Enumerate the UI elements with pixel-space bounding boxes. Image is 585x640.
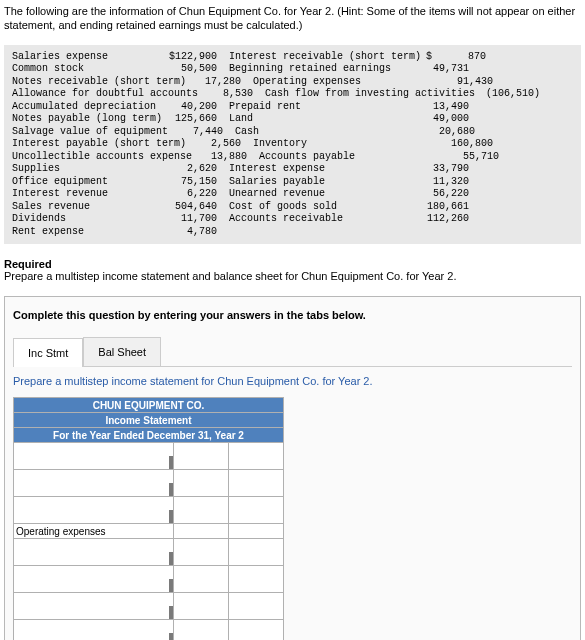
trial-row: Notes payable (long term)125,660Land49,0… [12, 113, 573, 126]
trial-row: Supplies2,620Interest expense33,790 [12, 163, 573, 176]
ws-title-period: For the Year Ended December 31, Year 2 [14, 428, 284, 443]
trial-row: Interest revenue6,220Unearned revenue56,… [12, 188, 573, 201]
ws-input[interactable] [174, 497, 229, 524]
ws-input[interactable] [229, 443, 284, 470]
tab-bal-sheet[interactable]: Bal Sheet [83, 337, 161, 366]
ws-input[interactable] [174, 443, 229, 470]
ws-input[interactable] [174, 620, 229, 640]
required-heading: Required [4, 258, 581, 270]
ws-input[interactable] [174, 593, 229, 620]
ws-input[interactable] [14, 566, 174, 593]
trial-row: Accumulated depreciation40,200Prepaid re… [12, 101, 573, 114]
ws-input[interactable] [229, 497, 284, 524]
ws-input[interactable] [174, 539, 229, 566]
trial-row: Salaries expense$122,900Interest receiva… [12, 51, 573, 64]
tab-inc-stmt[interactable]: Inc Stmt [13, 338, 83, 367]
trial-row: Notes receivable (short term)17,280Opera… [12, 76, 573, 89]
tab-bar: Inc Stmt Bal Sheet [13, 337, 572, 367]
ws-input[interactable] [14, 539, 174, 566]
ws-title-company: CHUN EQUIPMENT CO. [14, 398, 284, 413]
trial-row: Dividends11,700Accounts receivable112,26… [12, 213, 573, 226]
trial-row: Rent expense4,780 [12, 226, 573, 239]
trial-row: Sales revenue504,640Cost of goods sold18… [12, 201, 573, 214]
ws-title-statement: Income Statement [14, 413, 284, 428]
trial-row: Salvage value of equipment7,440Cash20,68… [12, 126, 573, 139]
intro-text: The following are the information of Chu… [4, 4, 581, 33]
required-text: Prepare a multistep income statement and… [4, 270, 581, 282]
trial-balance-block: Salaries expense$122,900Interest receiva… [4, 45, 581, 245]
sub-instruction: Prepare a multistep income statement for… [13, 375, 572, 387]
complete-banner: Complete this question by entering your … [13, 309, 572, 321]
ws-row-opex-label: Operating expenses [14, 524, 174, 539]
ws-input[interactable] [174, 566, 229, 593]
trial-row: Uncollectible accounts expense13,880Acco… [12, 151, 573, 164]
trial-row: Common stock50,500Beginning retained ear… [12, 63, 573, 76]
ws-input[interactable] [14, 443, 174, 470]
ws-input[interactable] [229, 470, 284, 497]
trial-row: Allowance for doubtful accounts8,530Cash… [12, 88, 573, 101]
ws-input[interactable] [14, 620, 174, 640]
answer-area: Complete this question by entering your … [4, 296, 581, 640]
ws-input[interactable] [14, 593, 174, 620]
trial-row: Office equipment75,150Salaries payable11… [12, 176, 573, 189]
trial-row: Interest payable (short term)2,560Invent… [12, 138, 573, 151]
income-statement-worksheet: CHUN EQUIPMENT CO. Income Statement For … [13, 397, 284, 640]
ws-input[interactable] [14, 497, 174, 524]
ws-input[interactable] [174, 470, 229, 497]
ws-input[interactable] [14, 470, 174, 497]
